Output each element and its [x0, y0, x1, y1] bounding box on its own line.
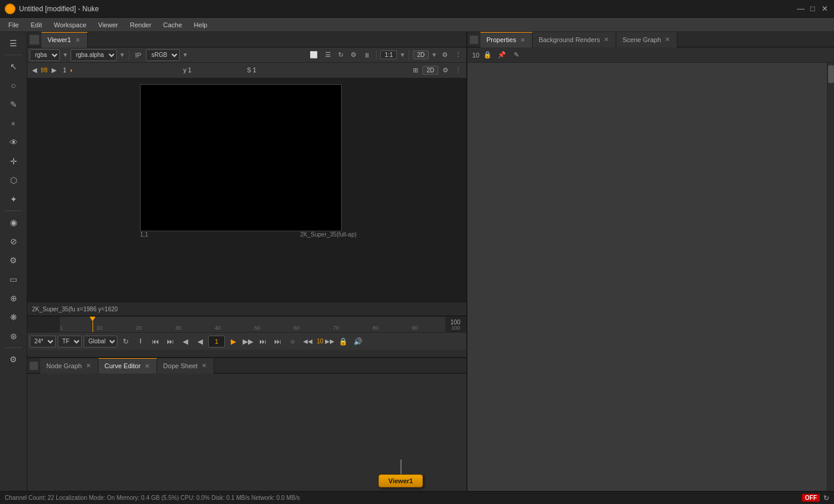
menu-cache[interactable]: Cache [157, 20, 188, 30]
layers-icon[interactable]: ≡ [4, 114, 24, 132]
pause-icon[interactable]: ⏸ [361, 50, 373, 60]
step-forward-icon[interactable]: ⏭ [256, 335, 269, 348]
cube-icon[interactable]: ⬡ [4, 171, 24, 189]
zoom-display: 1:1 [380, 50, 397, 59]
right-tab-bar: Properties ✕ Background Renders ✕ Scene … [467, 32, 834, 47]
badge-icon[interactable]: ⊛ [4, 327, 24, 345]
current-frame-input[interactable] [208, 336, 225, 347]
fps-dropdown[interactable]: 24* [30, 336, 56, 347]
go-start-icon[interactable]: ⏮ [149, 335, 162, 348]
viewer1-tab-close[interactable]: ✕ [74, 36, 81, 44]
viewer-info-text: 2K_Super_35(fu x=1986 y=1620 [32, 306, 118, 312]
refresh-status-button[interactable]: ↻ [823, 494, 829, 502]
in-point-icon[interactable]: I [134, 335, 147, 348]
settings-icon[interactable]: ⚙ [4, 350, 24, 368]
right-scrollbar[interactable] [827, 63, 834, 491]
scrollbar-thumb[interactable] [828, 65, 834, 83]
list-icon[interactable]: ☰ [323, 50, 333, 60]
scene-graph-tab[interactable]: Scene Graph ✕ [616, 32, 677, 47]
node-graph-tab[interactable]: Node Graph ✕ [40, 358, 98, 374]
bg-renders-tab-close[interactable]: ✕ [603, 36, 610, 43]
channels-rgba-dropdown[interactable]: rgba [30, 49, 60, 61]
scope-dropdown[interactable]: Global [84, 336, 117, 347]
viewer-panel-icon [30, 35, 39, 44]
sparkle-icon[interactable]: ✦ [4, 190, 24, 208]
frame-settings-icon[interactable]: ⚙ [440, 65, 451, 75]
play-back2-icon[interactable]: ◀ [193, 335, 206, 348]
node-graph-area[interactable]: Viewer1 [27, 374, 466, 491]
settings2-icon[interactable]: ⚙ [348, 50, 359, 60]
toolbar-divider-3 [5, 347, 23, 348]
channels-alpha-dropdown[interactable]: rgba.alpha [71, 49, 117, 61]
refresh-timeline-icon[interactable]: ↻ [119, 335, 132, 348]
properties-tab[interactable]: Properties ✕ [480, 32, 533, 47]
play-back-icon[interactable]: ◀ [179, 335, 192, 348]
prop-pin-icon[interactable]: 📌 [496, 49, 508, 61]
dope-sheet-tab[interactable]: Dope Sheet ✕ [157, 358, 214, 374]
minimize-button[interactable]: — [796, 4, 806, 14]
colorspace-dropdown[interactable]: sRGB [146, 49, 180, 61]
viewer1-node[interactable]: Viewer1 [378, 474, 423, 487]
circle-tool-icon[interactable]: ○ [4, 76, 24, 94]
2d-label[interactable]: 2D [422, 66, 438, 75]
menu-workspace[interactable]: Workspace [48, 20, 93, 30]
disk-icon[interactable]: ◉ [4, 213, 24, 231]
hamburger-icon[interactable]: ☰ [4, 34, 24, 52]
prop-edit-icon[interactable]: ✎ [510, 49, 522, 61]
arrow-select-icon[interactable]: ↖ [4, 58, 24, 75]
fullscreen-icon[interactable]: ⊞ [410, 65, 421, 75]
extra-icon[interactable]: ⚙ [440, 50, 450, 60]
toolbar-divider-2 [5, 210, 23, 211]
ip-button[interactable]: IP [133, 50, 144, 60]
pen-tool-icon[interactable]: ✎ [4, 95, 24, 113]
sun-icon[interactable]: ❋ [4, 308, 24, 326]
prev-frame-icon[interactable]: ◀ [30, 65, 39, 75]
right-panel: Properties ✕ Background Renders ✕ Scene … [466, 32, 834, 491]
loop-icon[interactable]: ○ [286, 335, 299, 348]
play-forward2-icon[interactable]: ▶▶ [241, 335, 254, 348]
curve-editor-tab-close[interactable]: ✕ [144, 362, 151, 370]
scene-graph-tab-close[interactable]: ✕ [664, 36, 671, 43]
viewer-canvas: 1,1 2K_Super_35(full-ap) 2K_Super_35(fu … [27, 78, 466, 315]
close-button[interactable]: ✕ [820, 4, 829, 14]
next-frame-icon[interactable]: ▶ [49, 65, 59, 75]
timeline-ruler[interactable]: 1 10 20 30 40 50 60 70 80 90 100 100 [27, 317, 466, 332]
eye-icon[interactable]: 👁 [4, 133, 24, 151]
s-slider[interactable] [260, 69, 296, 72]
audio-icon[interactable]: 🔊 [351, 335, 364, 348]
lock-icon[interactable]: 🔒 [336, 335, 349, 348]
play-forward-icon[interactable]: ▶ [227, 335, 240, 348]
monitor-icon[interactable]: ⬜ [307, 50, 320, 60]
menu-edit[interactable]: Edit [25, 20, 48, 30]
frame-more-icon[interactable]: ⋮ [453, 65, 464, 75]
2d-view-button[interactable]: 2D [413, 50, 429, 59]
box-icon[interactable]: ▭ [4, 270, 24, 288]
y-slider[interactable] [196, 69, 243, 72]
prop-lock-icon[interactable]: 🔒 [482, 49, 494, 61]
dope-sheet-tab-close[interactable]: ✕ [200, 362, 208, 369]
viewer1-tab[interactable]: Viewer1 ✕ [42, 32, 88, 47]
refresh-icon[interactable]: ↻ [336, 50, 346, 60]
maximize-button[interactable]: □ [808, 4, 817, 14]
menu-viewer[interactable]: Viewer [93, 20, 124, 30]
frame-jump-display: ◀◀ [303, 338, 313, 344]
wrench-icon[interactable]: ⚙ [4, 251, 24, 269]
node-graph-tab-close[interactable]: ✕ [85, 362, 92, 369]
move-icon[interactable]: ✛ [4, 152, 24, 170]
menu-file[interactable]: File [2, 20, 25, 30]
step-back-icon[interactable]: ⏭ [164, 335, 177, 348]
go-end-icon[interactable]: ⏭ [271, 335, 284, 348]
bg-renders-tab[interactable]: Background Renders ✕ [533, 32, 616, 47]
curve-editor-tab[interactable]: Curve Editor ✕ [98, 358, 157, 374]
globe-icon[interactable]: ⊕ [4, 289, 24, 307]
more-icon[interactable]: ⋮ [453, 50, 464, 60]
viewer-inner-canvas[interactable] [140, 84, 342, 231]
paint-icon[interactable]: ⊘ [4, 232, 24, 250]
playhead[interactable] [90, 317, 96, 332]
properties-tab-close[interactable]: ✕ [519, 36, 526, 44]
menu-render[interactable]: Render [124, 20, 157, 30]
left-toolbar: ☰ ↖ ○ ✎ ≡ 👁 ✛ ⬡ ✦ ◉ ⊘ ⚙ ▭ ⊕ ❋ ⊛ ⚙ [0, 32, 27, 491]
frame-slider[interactable] [71, 69, 179, 72]
tf-dropdown[interactable]: TF [58, 336, 82, 347]
menu-help[interactable]: Help [188, 20, 214, 30]
